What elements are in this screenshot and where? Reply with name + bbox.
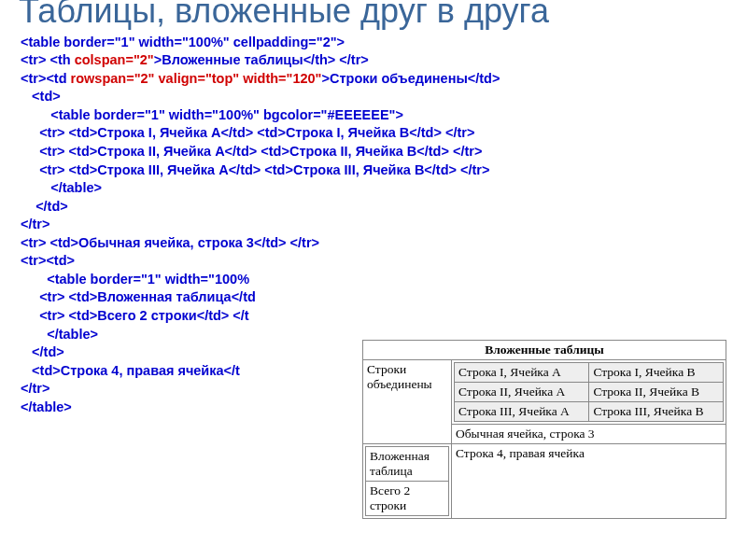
code-line: <table border="1" width="100%" bgcolor="…	[21, 107, 403, 122]
outer-table: Вложенные таблицы Строки объединены Стро…	[362, 340, 726, 519]
code-line: <table border="1" width="100%	[21, 272, 249, 287]
code-line: <tr> <td>Вложенная таблица</td	[21, 289, 256, 304]
code-line: <tr> <td>Всего 2 строки</td> </t	[21, 308, 249, 323]
code-line: <td>Строка 4, правая ячейка</t	[21, 363, 240, 378]
code-line: <td>	[21, 89, 61, 104]
merged-cell: Строки объединены	[363, 360, 452, 444]
plain-cell: Обычная ячейка, строка 3	[452, 425, 726, 444]
code-line: </table>	[21, 399, 72, 414]
slide-title: Таблицы, вложенные друг в друга	[0, 0, 747, 30]
code-line: <tr><td>	[21, 253, 75, 268]
code-line: <tr> <th colspan="2">Вложенные таблицы</…	[21, 52, 369, 67]
code-line: <tr> <td>Строка I, Ячейка A</td> <td>Стр…	[21, 125, 474, 140]
inner-table-2: Вложенная таблица Всего 2 строки	[365, 446, 449, 516]
table-cell: Строка I, Ячейка A	[455, 363, 589, 383]
table-cell: Строка III, Ячейка B	[589, 402, 724, 422]
code-line: <tr> <td>Обычная ячейка, строка 3</td> <…	[21, 235, 319, 250]
row4-right-cell: Строка 4, правая ячейка	[452, 444, 726, 519]
table-header: Вложенные таблицы	[363, 341, 726, 360]
table-cell: Строка II, Ячейка B	[589, 383, 724, 402]
table-cell: Строка II, Ячейка A	[455, 383, 589, 402]
code-line: <table border="1" width="100%" cellpaddi…	[21, 35, 345, 49]
table-cell: Вложенная таблица	[366, 447, 449, 482]
code-line: </table>	[21, 180, 102, 195]
code-line: </td>	[21, 344, 64, 359]
table-cell: Строка III, Ячейка A	[455, 402, 589, 422]
inner-table-2-cell: Вложенная таблица Всего 2 строки	[363, 444, 452, 519]
rendered-table-demo: Вложенные таблицы Строки объединены Стро…	[362, 340, 726, 519]
code-line: <tr><td rowspan="2" valign="top" width="…	[21, 71, 500, 86]
table-cell: Строка I, Ячейка B	[589, 363, 724, 383]
inner-table-cell: Строка I, Ячейка AСтрока I, Ячейка B Стр…	[452, 360, 726, 425]
inner-table-1: Строка I, Ячейка AСтрока I, Ячейка B Стр…	[454, 362, 724, 422]
code-line: </table>	[21, 327, 98, 342]
code-line: <tr> <td>Строка III, Ячейка A</td> <td>С…	[21, 162, 489, 177]
code-line: </tr>	[21, 381, 49, 396]
table-cell: Всего 2 строки	[366, 482, 449, 516]
code-line: <tr> <td>Строка II, Ячейка A</td> <td>Ст…	[21, 144, 482, 159]
code-line: </td>	[21, 199, 68, 214]
code-line: </tr>	[21, 217, 49, 231]
